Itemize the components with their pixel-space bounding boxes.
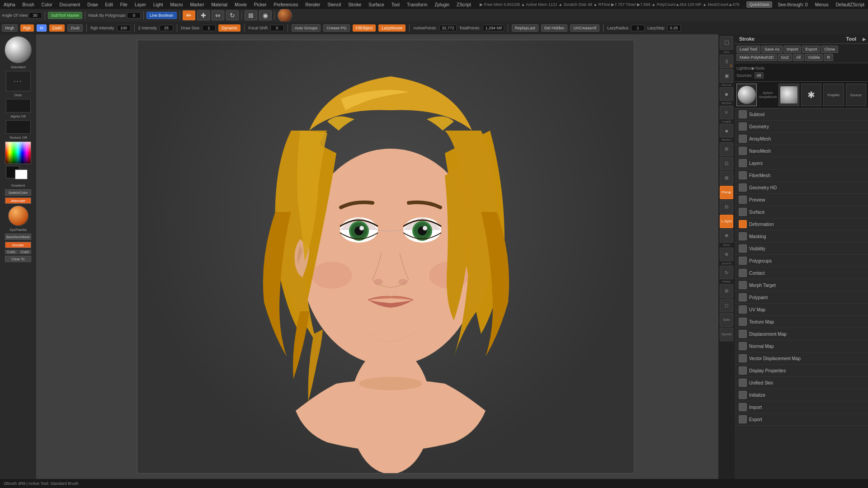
clone-button[interactable]: Clone	[821, 46, 838, 53]
menu-item-geometryhd[interactable]: Geometry HD	[735, 182, 868, 194]
app-menu-material[interactable]: Material	[210, 2, 230, 8]
lazy-mouse-button[interactable]: LazyMouse	[378, 24, 406, 32]
goz-button[interactable]: GoZ	[778, 54, 793, 61]
xpose-icon[interactable]: Xpose	[720, 328, 733, 341]
flat-col-icon[interactable]: ▣	[720, 69, 733, 83]
move-icon[interactable]: ✥	[720, 229, 733, 243]
quicksave-button[interactable]: QuickSave	[746, 1, 773, 8]
menu-item-surface[interactable]: Surface	[735, 206, 868, 218]
lazy-step-value[interactable]: 0.25	[667, 25, 681, 31]
angle-of-view-value[interactable]: 30	[28, 12, 42, 19]
uncrease-all-button[interactable]: UnCreaseAll	[570, 24, 599, 32]
app-menu-movie[interactable]: Movie	[233, 2, 249, 8]
auto-groups-button[interactable]: Auto Groups	[292, 24, 321, 32]
app-menu-brush[interactable]: Brush	[21, 2, 36, 8]
menu-item-polypaint[interactable]: Polypaint	[735, 291, 868, 304]
all-button[interactable]: All	[793, 54, 804, 61]
select2-icon[interactable]: ⊠	[720, 171, 733, 185]
dynamic-button[interactable]: Dynamic	[218, 24, 241, 32]
new-icon[interactable]: ☐	[720, 36, 733, 50]
app-menu-render[interactable]: Render	[304, 2, 322, 8]
app-menu-document[interactable]: Document	[58, 2, 82, 8]
app-menu-draw[interactable]: Draw	[85, 2, 99, 8]
load-tool-button[interactable]: Load Tool	[736, 46, 760, 53]
scale-button[interactable]: ⊠	[245, 10, 257, 20]
transp-icon[interactable]: ◻	[720, 299, 733, 312]
menu-item-vector-displacement-map[interactable]: Vector Displacement Map	[735, 352, 868, 365]
menu-item-geometry[interactable]: Geometry	[735, 121, 868, 133]
menu-item-morph-target[interactable]: Morph Target	[735, 279, 868, 291]
zoomto-icon[interactable]: ⊕	[720, 248, 733, 261]
menu-item-nanomesh[interactable]: NanoMesh	[735, 145, 868, 157]
draw-size-value[interactable]: 1	[202, 25, 216, 31]
maskla-icon[interactable]: ■	[720, 124, 733, 137]
menu-item-contact[interactable]: Contact	[735, 267, 868, 279]
subtool-master-button[interactable]: SubTool Master	[48, 12, 83, 19]
menu-item-unified-skin[interactable]: Unified Skin	[735, 377, 868, 389]
menu-item-normal-map[interactable]: Normal Map	[735, 340, 868, 352]
longh-icon[interactable]: ≡	[720, 106, 733, 119]
app-menu-light[interactable]: Light	[151, 2, 165, 8]
texture-preview[interactable]	[6, 120, 31, 134]
preview-simple[interactable]	[778, 84, 799, 106]
import-button[interactable]: Import	[783, 46, 802, 53]
app-menu-surface[interactable]: Surface	[367, 2, 386, 8]
number-3-icon[interactable]: 3 3	[720, 55, 733, 68]
save-as-button[interactable]: Save As	[761, 46, 783, 53]
app-menu-color[interactable]: Color	[40, 2, 54, 8]
menu-item-import[interactable]: Import	[735, 401, 868, 413]
lazy-radius-value[interactable]: 1	[631, 25, 645, 31]
crease-pg-button[interactable]: Crease PG	[323, 24, 350, 32]
rotate-icon[interactable]: ↻	[720, 266, 733, 279]
menu-item-initialize[interactable]: Initialize	[735, 389, 868, 401]
app-menu-file[interactable]: File	[118, 2, 129, 8]
deform-icon[interactable]: L.Sym	[720, 215, 733, 228]
skin-sha-icon[interactable]: ●	[720, 87, 733, 101]
draw-mode-button[interactable]: ✏	[183, 10, 195, 20]
del-hidden-button[interactable]: Del Hidden	[541, 24, 568, 32]
m-button[interactable]: M	[37, 24, 47, 32]
polyf-icon[interactable]: ⊞	[720, 284, 733, 298]
solo-icon[interactable]: Solo	[720, 313, 733, 327]
app-menu-preferences[interactable]: Preferences	[272, 2, 300, 8]
app-menu-alpha[interactable]: Alpha	[2, 2, 17, 8]
canvas-area[interactable]	[36, 34, 735, 479]
rgb-button[interactable]: Rgb	[20, 24, 34, 32]
app-menu-transform[interactable]: Transform	[405, 2, 429, 8]
backfacemask-button[interactable]: BackfaceMask	[5, 234, 31, 240]
app-menu-edit[interactable]: Edit	[104, 2, 115, 8]
live-boolean-button[interactable]: Live Boolean	[146, 12, 176, 19]
menu-item-arraymesh[interactable]: ArrayMesh	[735, 133, 868, 145]
default-zscript-button[interactable]: DefaultZScript	[834, 2, 866, 8]
lightbox-label[interactable]: Lightbox▶Tools	[736, 66, 764, 70]
zadd-button[interactable]: Zadd	[49, 24, 65, 32]
menu-item-texture-map[interactable]: Texture Map	[735, 316, 868, 328]
color-gradient[interactable]	[5, 141, 31, 164]
select1-icon[interactable]: ⊡	[720, 157, 733, 170]
menu-item-deformation[interactable]: Deformation	[735, 218, 868, 230]
preview-star[interactable]: ✱	[801, 84, 821, 106]
alternate-button[interactable]: Alternate	[5, 197, 31, 204]
brush-preview-large[interactable]	[5, 36, 32, 63]
stroke-title[interactable]: Stroke	[736, 35, 757, 42]
material-preview[interactable]	[278, 8, 292, 23]
rotate-mode-button[interactable]: ↻	[226, 10, 239, 20]
scale-mode-button[interactable]: ⇔	[212, 10, 224, 20]
menu-item-masking[interactable]: Masking	[735, 230, 868, 243]
app-menu-stencil[interactable]: Stencil	[326, 2, 343, 8]
rotate-button[interactable]: ◉	[259, 10, 272, 20]
app-menu-zplugin[interactable]: Zplugin	[433, 2, 451, 8]
menu-item-uv-map[interactable]: UV Map	[735, 304, 868, 316]
clear-to-button[interactable]: Clear To	[5, 256, 31, 262]
app-menu-picker[interactable]: Picker	[252, 2, 269, 8]
visible-button[interactable]: Visible	[805, 54, 823, 61]
see-through-indicator[interactable]: See-through: 0	[776, 2, 809, 8]
double-button[interactable]: Double	[5, 242, 31, 248]
app-menu-marker[interactable]: Marker	[188, 2, 206, 8]
right-panel-expand-icon[interactable]: ▶	[863, 37, 866, 42]
menu-item-visibility[interactable]: Visibility	[735, 243, 868, 255]
move-mode-button[interactable]: ✚	[197, 10, 210, 20]
mrgb-button[interactable]: Mrgb	[2, 24, 18, 32]
app-menu-zscript[interactable]: ZScript	[455, 2, 473, 8]
cust1-button[interactable]: Cust1	[5, 250, 18, 254]
